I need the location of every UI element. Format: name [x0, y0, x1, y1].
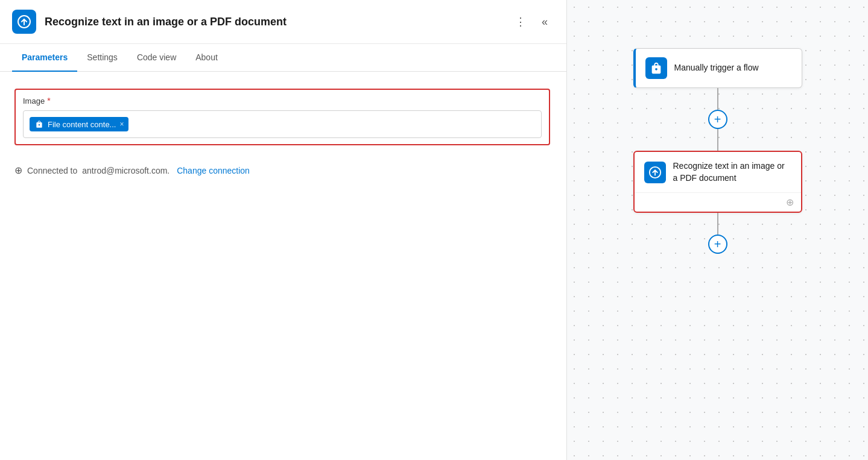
panel-header: Recognize text in an image or a PDF docu… — [0, 0, 566, 44]
image-field-label: Image * — [23, 96, 542, 106]
action-node-icon — [644, 162, 666, 183]
connection-email: antrod@microsoft.com. — [82, 166, 169, 175]
image-field-box: Image * File content conte... × — [14, 89, 550, 145]
image-field-section: Image * File content conte... × — [14, 89, 552, 145]
action-node-label: Recognize text in an image or a PDF docu… — [673, 160, 791, 184]
chip-label: File content conte... — [48, 120, 116, 129]
chip-close-button[interactable]: × — [119, 120, 124, 128]
more-options-button[interactable]: ⋮ — [511, 12, 530, 31]
connection-icon: ⊕ — [14, 165, 22, 176]
action-node-footer: ⊕ — [635, 192, 801, 212]
canvas-flow: Manually trigger a flow + Recognize text… — [633, 48, 802, 254]
header-actions: ⋮ « — [511, 12, 554, 31]
trigger-node-icon — [645, 57, 667, 79]
connector-line-1 — [717, 88, 718, 110]
connection-link-icon: ⊕ — [786, 197, 794, 208]
file-content-chip[interactable]: File content conte... × — [30, 117, 128, 131]
panel-icon — [12, 10, 36, 34]
left-panel: Recognize text in an image or a PDF docu… — [0, 0, 567, 460]
add-step-button-2[interactable]: + — [708, 235, 727, 254]
canvas-panel: Manually trigger a flow + Recognize text… — [567, 0, 868, 460]
action-node[interactable]: Recognize text in an image or a PDF docu… — [633, 151, 802, 213]
tabs-bar: Parameters Settings Code view About — [0, 44, 566, 72]
tab-code-view[interactable]: Code view — [127, 44, 186, 72]
change-connection-link[interactable]: Change connection — [177, 166, 250, 175]
required-marker: * — [47, 96, 50, 106]
tab-settings[interactable]: Settings — [77, 44, 127, 72]
chip-icon — [34, 119, 44, 129]
connector-line-2 — [717, 129, 718, 151]
add-step-button-1[interactable]: + — [708, 110, 727, 129]
connection-row: ⊕ Connected to antrod@microsoft.com. Cha… — [14, 165, 552, 176]
trigger-node-label: Manually trigger a flow — [674, 62, 759, 74]
collapse-button[interactable]: « — [535, 12, 554, 31]
trigger-node[interactable]: Manually trigger a flow — [633, 48, 802, 88]
panel-title: Recognize text in an image or a PDF docu… — [45, 16, 502, 28]
panel-content: Image * File content conte... × — [0, 72, 566, 460]
tab-about[interactable]: About — [186, 44, 227, 72]
tab-parameters[interactable]: Parameters — [12, 44, 77, 72]
action-node-body: Recognize text in an image or a PDF docu… — [635, 152, 801, 192]
connection-prefix: Connected to — [27, 166, 77, 175]
image-input-area[interactable]: File content conte... × — [23, 110, 542, 138]
connector-line-3 — [717, 213, 718, 235]
